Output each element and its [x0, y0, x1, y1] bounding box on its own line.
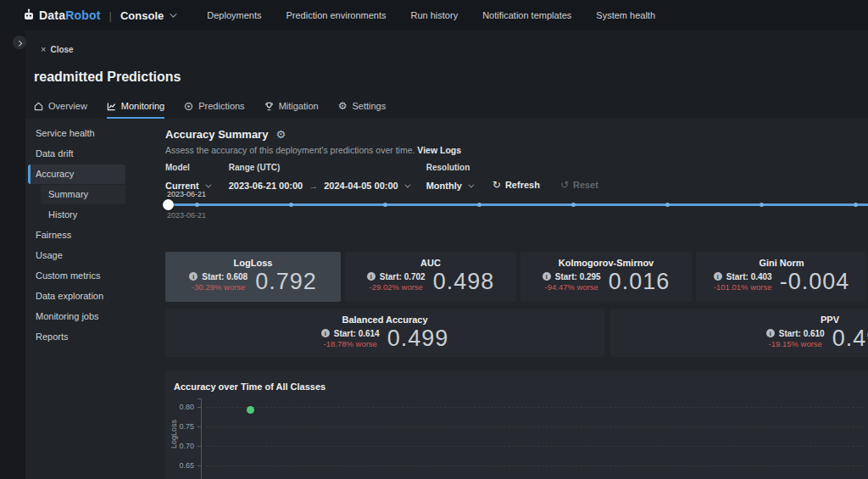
- close-button[interactable]: × Close: [41, 44, 74, 54]
- y-tick-label: 0.70: [169, 442, 194, 450]
- metric-value: 0.792: [255, 269, 317, 294]
- refresh-button-wrap: ↻ Refresh: [492, 163, 540, 191]
- y-tick-mark: [198, 426, 202, 427]
- tab-label: Mitigation: [279, 101, 319, 111]
- nav-links: Deployments Prediction environments Run …: [207, 10, 655, 20]
- tab-mitigation[interactable]: Mitigation: [264, 100, 319, 119]
- metric-card-gini-norm[interactable]: Gini Norm iStart: 0.403 -101.01% worse -…: [696, 252, 867, 302]
- metric-start: Start: 0.702: [380, 272, 426, 281]
- slider-tick: [854, 203, 858, 207]
- range-select[interactable]: 2023-06-21 00:00 → 2024-04-05 00:00: [229, 181, 409, 191]
- sidebar-item-usage[interactable]: Usage: [28, 246, 125, 265]
- brand-part2: Robot: [65, 8, 100, 22]
- home-icon: [34, 102, 43, 111]
- reset-label: Reset: [573, 180, 598, 190]
- y-tick-mark: [198, 465, 202, 466]
- gridline: [206, 465, 863, 466]
- tab-monitoring[interactable]: Monitoring: [107, 100, 164, 119]
- chevron-down-icon: [205, 181, 211, 187]
- time-range-slider: 2023-06-21 2023-06-21: [165, 192, 868, 219]
- app-window: DataRobot | Console Deployments Predicti…: [0, 0, 868, 479]
- section-description: Assess the accuracy of this deployment's…: [165, 145, 461, 155]
- sidebar-item-data-drift[interactable]: Data drift: [28, 144, 125, 164]
- sidebar-item-accuracy[interactable]: Accuracy: [28, 164, 125, 184]
- metric-change: -19.15% worse: [769, 339, 822, 348]
- collapsed-panel-strip: [0, 31, 25, 479]
- gridline: [206, 446, 863, 447]
- metric-value: 0.499: [387, 326, 449, 351]
- accuracy-over-time-chart: Accuracy over Time of All Classes LogLos…: [165, 370, 868, 479]
- chevron-down-icon: [170, 10, 176, 17]
- metric-start: Start: 0.403: [726, 272, 772, 281]
- nav-item-prediction-environments[interactable]: Prediction environments: [286, 10, 386, 20]
- sidebar-item-history[interactable]: History: [41, 205, 125, 225]
- info-icon[interactable]: i: [542, 272, 551, 281]
- controls-bar: Model Current Range (UTC) 2023-06-21 00:…: [165, 163, 598, 191]
- slider-handle-date: 2023-06-21: [167, 211, 206, 220]
- reset-button[interactable]: ↺ Reset: [560, 179, 598, 191]
- sidebar-item-data-exploration[interactable]: Data exploration: [28, 287, 125, 306]
- gridline: [206, 407, 863, 408]
- range-label: Range (UTC): [229, 163, 409, 172]
- range-end: 2024-04-05 00:00: [324, 181, 398, 191]
- monitoring-body: Service health Data drift Accuracy Summa…: [25, 119, 868, 479]
- deployment-tabs: Overview Monitoring Predictions Mitigati…: [34, 100, 386, 119]
- nav-item-notification-templates[interactable]: Notification templates: [482, 10, 571, 20]
- metric-change: -29.02% worse: [370, 282, 423, 292]
- tab-overview[interactable]: Overview: [34, 100, 87, 119]
- metric-change: -94.47% worse: [545, 282, 598, 292]
- metric-start: Start: 0.608: [202, 272, 248, 281]
- metric-name: Balanced Accuracy: [342, 315, 427, 325]
- metric-card-ppv[interactable]: PPV iStart: 0.610 -19.15% worse 0.494: [610, 309, 868, 357]
- accuracy-summary-panel: Accuracy Summary ⚙ Assess the accuracy o…: [140, 119, 868, 479]
- sidebar-item-monitoring-jobs[interactable]: Monitoring jobs: [28, 307, 125, 326]
- predictions-icon: [184, 102, 193, 111]
- tab-settings[interactable]: ⚙ Settings: [338, 100, 387, 119]
- datarobot-logo[interactable]: DataRobot: [22, 8, 101, 23]
- metric-change: -30.29% worse: [192, 282, 245, 292]
- refresh-button[interactable]: ↻ Refresh: [492, 179, 540, 191]
- console-label: Console: [120, 9, 164, 22]
- sidebar-item-reports[interactable]: Reports: [28, 327, 125, 347]
- sidebar-item-summary[interactable]: Summary: [41, 185, 125, 204]
- gridline: [206, 426, 863, 427]
- metric-card-logloss[interactable]: LogLoss iStart: 0.608 -30.29% worse 0.79…: [165, 252, 341, 302]
- resolution-select[interactable]: Monthly: [426, 181, 472, 191]
- reset-button-wrap: ↺ Reset: [560, 163, 598, 191]
- info-icon[interactable]: i: [367, 272, 376, 281]
- metric-card-auc[interactable]: AUC iStart: 0.702 -29.02% worse 0.498: [345, 252, 516, 302]
- nav-item-system-health[interactable]: System health: [596, 10, 655, 20]
- tab-label: Settings: [352, 101, 386, 111]
- console-dropdown[interactable]: Console: [120, 9, 175, 22]
- sidebar-item-custom-metrics[interactable]: Custom metrics: [28, 266, 125, 286]
- slider-handle[interactable]: [163, 199, 174, 210]
- nav-divider: |: [109, 9, 112, 22]
- sidebar-item-fairness[interactable]: Fairness: [28, 226, 125, 245]
- metric-value: 0.016: [609, 269, 670, 294]
- metric-card-kolmogorov-smirnov[interactable]: Kolmogorov-Smirnov iStart: 0.295 -94.47%…: [520, 252, 692, 302]
- slider-tick: [760, 203, 764, 207]
- nav-item-run-history[interactable]: Run history: [411, 10, 459, 20]
- description-text: Assess the accuracy of this deployment's…: [165, 145, 415, 155]
- sidebar-item-service-health[interactable]: Service health: [28, 124, 125, 143]
- expand-panel-button[interactable]: [13, 36, 26, 49]
- tab-predictions[interactable]: Predictions: [184, 100, 244, 119]
- metric-name: Gini Norm: [759, 258, 804, 268]
- nav-item-deployments[interactable]: Deployments: [207, 10, 261, 20]
- info-icon[interactable]: i: [189, 272, 198, 281]
- info-icon[interactable]: i: [321, 329, 330, 337]
- robot-icon: [22, 8, 36, 22]
- close-label: Close: [50, 45, 73, 54]
- chart-title: Accuracy over Time of All Classes: [174, 382, 326, 392]
- settings-gear-icon[interactable]: ⚙: [275, 128, 286, 141]
- slider-tick: [195, 203, 199, 207]
- data-point: [247, 406, 254, 414]
- metric-card-balanced-accuracy[interactable]: Balanced Accuracy iStart: 0.614 -18.78% …: [165, 309, 604, 357]
- info-icon[interactable]: i: [766, 329, 775, 337]
- view-logs-link[interactable]: View Logs: [417, 145, 461, 155]
- range-start: 2023-06-21 00:00: [229, 181, 303, 191]
- info-icon[interactable]: i: [714, 272, 722, 281]
- metric-name: Kolmogorov-Smirnov: [559, 258, 654, 268]
- slider-tick: [477, 203, 481, 207]
- refresh-label: Refresh: [505, 180, 540, 190]
